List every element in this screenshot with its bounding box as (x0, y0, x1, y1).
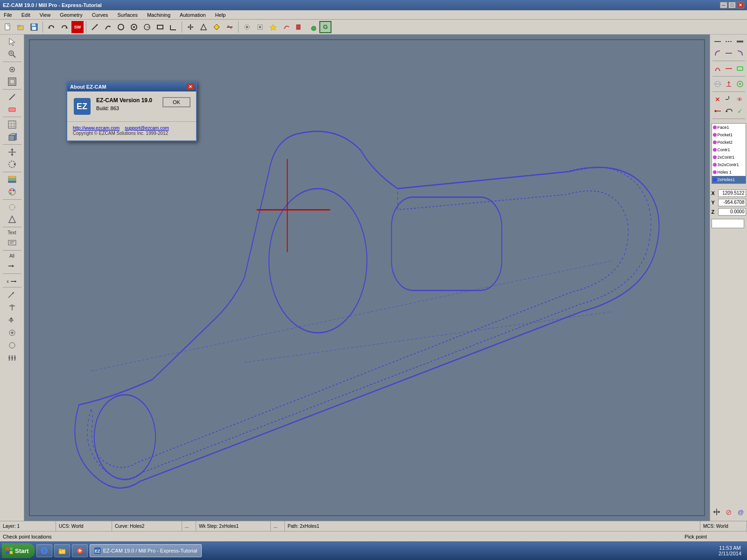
rp-undo[interactable] (724, 106, 734, 116)
rp-rect2[interactable] (735, 63, 745, 74)
rp-view1[interactable] (712, 79, 723, 89)
rp-arc-right[interactable] (735, 48, 745, 58)
close-button[interactable]: ✕ (737, 2, 744, 8)
layer-face1[interactable]: Face1 (712, 124, 746, 131)
undo-button[interactable] (45, 21, 57, 33)
rp-arc2[interactable] (712, 63, 723, 74)
rp-view2[interactable] (724, 79, 734, 89)
start-button[interactable]: Start (2, 543, 35, 558)
trim-button[interactable] (224, 21, 236, 33)
rp-delete[interactable]: ✕ (712, 94, 723, 105)
save-button[interactable] (28, 21, 40, 33)
circle2-button[interactable] (128, 21, 140, 33)
open-button[interactable] (15, 21, 27, 33)
layer-3x2xcontr1[interactable]: 3x2xContr1 (712, 161, 746, 168)
move-button[interactable] (184, 21, 197, 33)
rp-snap[interactable] (724, 94, 734, 105)
menu-view[interactable]: View (38, 11, 53, 19)
taskbar-folder-btn[interactable] (54, 544, 70, 557)
rp-view3[interactable] (735, 79, 745, 89)
menu-curves[interactable]: Curves (90, 11, 110, 19)
circle-button[interactable] (115, 21, 127, 33)
line-button[interactable] (89, 21, 101, 33)
layers-btn[interactable] (2, 174, 22, 185)
menu-file[interactable]: File (2, 11, 14, 19)
redo-button[interactable] (58, 21, 70, 33)
new-button[interactable] (2, 21, 14, 33)
diag2-button[interactable] (2, 302, 22, 313)
grid-button[interactable] (2, 119, 22, 130)
about-ok-button[interactable]: OK (162, 97, 190, 107)
taskbar-ie-btn[interactable] (36, 544, 52, 557)
rp-line5[interactable] (724, 63, 734, 74)
taskbar-media-btn[interactable] (72, 544, 88, 557)
cursor-button[interactable] (2, 36, 22, 48)
rp-line4[interactable] (724, 48, 734, 58)
maximize-button[interactable]: □ (728, 2, 736, 8)
dots-button[interactable] (2, 352, 22, 364)
rp-arc-left[interactable] (712, 48, 723, 58)
menu-surfaces[interactable]: Surfaces (116, 11, 140, 19)
pencil-button[interactable] (2, 91, 22, 103)
snap6-button[interactable] (2, 214, 22, 225)
red-rect-button[interactable] (293, 21, 305, 33)
minimize-button[interactable]: ─ (720, 2, 727, 8)
about-website[interactable]: http://www.ezcam.com (73, 126, 120, 131)
menu-geometry[interactable]: Geometry (58, 11, 84, 19)
3d-button[interactable] (2, 131, 22, 142)
snap-button[interactable] (197, 21, 210, 33)
pan-button[interactable] (2, 64, 22, 75)
snap2-button[interactable] (211, 21, 223, 33)
layer-2xcontr1[interactable]: 2xContr1 (712, 154, 746, 161)
polygon-button[interactable] (167, 21, 179, 33)
snap3-button[interactable] (241, 21, 253, 33)
circle4-button[interactable] (2, 340, 22, 351)
rp-line2[interactable] (724, 36, 734, 47)
diag3-button[interactable] (2, 315, 22, 326)
rp-line1[interactable] (712, 36, 723, 47)
layer-contr1[interactable]: Contr1 (712, 146, 746, 154)
palette-button[interactable] (2, 186, 22, 197)
arc-button[interactable] (102, 21, 114, 33)
taskbar-ezcam-btn[interactable]: EZ EZ-CAM 19.0 / Mill Pro - Express-Tuto… (90, 544, 202, 557)
eraser-button[interactable] (2, 104, 22, 115)
circle3-button[interactable] (141, 21, 153, 33)
canvas-area[interactable]: About EZ-CAM ✕ EZ EZ-CAM Version 19.0 Bu… (24, 35, 710, 521)
rp-check[interactable]: ✓ (735, 106, 745, 116)
rp-move-icon[interactable] (712, 507, 722, 517)
g-button[interactable]: G (319, 21, 331, 33)
star-button[interactable] (267, 21, 279, 33)
text-input-button[interactable] (2, 237, 22, 248)
coord-input-field[interactable] (712, 219, 744, 228)
layer-holes1[interactable]: Holes 1 (712, 168, 746, 176)
layer-2xholes1[interactable]: 2xHoles1 (712, 176, 746, 183)
about-close-button[interactable]: ✕ (187, 84, 194, 90)
svg-line-37 (13, 55, 15, 57)
menu-help[interactable]: Help (213, 11, 228, 19)
layer-pocket1[interactable]: Pocket1 (712, 131, 746, 139)
move2-button[interactable] (2, 147, 22, 158)
all-arrow-button[interactable] (2, 260, 22, 272)
rect-button[interactable] (154, 21, 166, 33)
layer-pocket2[interactable]: Pocket2 (712, 139, 746, 146)
rp-line6[interactable] (712, 106, 723, 116)
rp-at-icon[interactable]: @ (736, 507, 746, 517)
zoom-button[interactable] (2, 49, 22, 60)
snap5-button[interactable] (2, 202, 22, 213)
diag1-button[interactable] (2, 289, 22, 301)
layer-list: Face1 Pocket1 Pocket2 Contr1 2xContr1 3x… (712, 123, 746, 184)
menu-edit[interactable]: Edit (20, 11, 32, 19)
zoom-all-button[interactable] (2, 76, 22, 87)
menu-machining[interactable]: Machining (145, 11, 172, 19)
arc2-button[interactable] (280, 21, 292, 33)
menu-automation[interactable]: Automation (178, 11, 208, 19)
rp-no-icon[interactable]: ⊘ (724, 507, 734, 517)
snap4-button[interactable] (254, 21, 266, 33)
rp-line3[interactable] (735, 36, 745, 47)
green-circle-button[interactable] (306, 21, 318, 33)
rp-view4[interactable]: 👁 (735, 94, 745, 105)
plus-button[interactable] (2, 327, 22, 338)
swarf-button[interactable]: SW (71, 21, 84, 33)
rotate2-button[interactable] (2, 159, 22, 170)
about-email[interactable]: support@ezcam.com (125, 126, 169, 131)
